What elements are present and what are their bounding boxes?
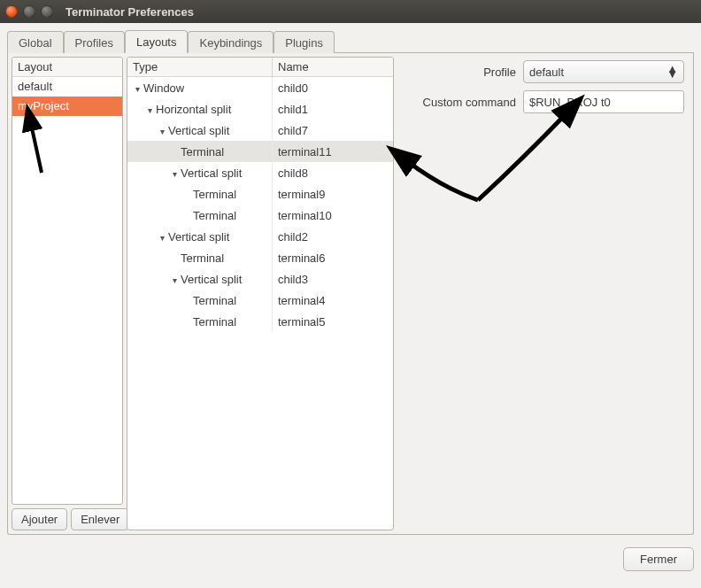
expander-icon[interactable]: ▾ <box>145 105 154 115</box>
tree-type-label: Terminal <box>181 251 224 265</box>
tree-name-label: child1 <box>273 103 308 116</box>
tree-row[interactable]: Terminalterminal10 <box>127 205 393 226</box>
tree-row[interactable]: Terminalterminal4 <box>127 290 393 311</box>
tree-name-label: child7 <box>273 124 308 137</box>
tree-row[interactable]: ▾Horizontal splitchild1 <box>127 98 393 120</box>
tree-name-label: child2 <box>273 230 308 244</box>
tree-type-label: Vertical split <box>181 273 242 286</box>
tree-row[interactable]: Terminalterminal6 <box>127 247 393 268</box>
expander-icon[interactable]: ▾ <box>170 169 179 179</box>
tree-row[interactable]: Terminalterminal5 <box>127 311 393 332</box>
layout-list-header: Layout <box>12 58 122 77</box>
tree-name-label: terminal11 <box>273 145 332 159</box>
custom-command-label: Custom command <box>403 96 516 109</box>
tree-row[interactable]: ▾Windowchild0 <box>127 77 393 98</box>
remove-button[interactable]: Enlever <box>71 508 129 530</box>
maximize-icon[interactable] <box>41 5 53 18</box>
expander-icon[interactable]: ▾ <box>170 275 179 285</box>
tree-row[interactable]: ▾Vertical splitchild8 <box>127 162 393 183</box>
tree-row[interactable]: ▾Vertical splitchild7 <box>127 120 393 141</box>
tree-type-label: Terminal <box>181 145 224 159</box>
tab-keybindings[interactable]: Keybindings <box>188 31 273 53</box>
tree-row[interactable]: Terminalterminal11 <box>127 141 393 162</box>
tree-type-label: Horizontal split <box>156 103 231 116</box>
layout-list[interactable]: Layout default myProject <box>12 57 123 505</box>
tree-name-label: child0 <box>273 81 308 95</box>
tree-row[interactable]: ▾Vertical splitchild2 <box>127 226 393 247</box>
tree-name-label: terminal10 <box>273 209 332 222</box>
tree-header-name[interactable]: Name <box>273 58 314 76</box>
tree-type-label: Vertical split <box>168 124 229 137</box>
custom-command-input[interactable] <box>523 90 684 113</box>
tab-profiles[interactable]: Profiles <box>64 31 125 53</box>
tab-plugins[interactable]: Plugins <box>273 31 335 53</box>
tree-row[interactable]: Terminalterminal9 <box>127 183 393 205</box>
expander-icon[interactable]: ▾ <box>158 127 166 136</box>
tree-name-label: terminal6 <box>273 251 325 265</box>
chevron-updown-icon: ▲▼ <box>666 66 678 77</box>
profile-combo[interactable]: default ▲▼ <box>523 60 684 83</box>
add-button[interactable]: Ajouter <box>12 508 67 530</box>
layout-tree[interactable]: Type Name ▾Windowchild0▾Horizontal split… <box>127 57 394 530</box>
tree-type-label: Terminal <box>193 188 236 201</box>
tree-name-label: terminal5 <box>273 315 325 329</box>
window-title: Terminator Preferences <box>65 5 194 19</box>
expander-icon[interactable]: ▾ <box>133 84 142 94</box>
tree-name-label: child3 <box>273 273 308 286</box>
tree-header-type[interactable]: Type <box>127 58 273 76</box>
expander-icon[interactable]: ▾ <box>158 233 166 243</box>
list-item[interactable]: myProject <box>12 97 122 116</box>
tab-global[interactable]: Global <box>7 31 64 53</box>
list-item[interactable]: default <box>12 77 122 97</box>
tree-name-label: child8 <box>273 166 308 180</box>
tree-name-label: terminal4 <box>273 294 325 307</box>
profile-label: Profile <box>403 66 516 79</box>
tree-row[interactable]: ▾Vertical splitchild3 <box>127 268 393 290</box>
titlebar: Terminator Preferences <box>0 0 701 23</box>
tree-type-label: Vertical split <box>181 166 242 180</box>
close-icon[interactable] <box>5 5 18 18</box>
tree-name-label: terminal9 <box>273 188 325 201</box>
profile-value: default <box>529 66 564 79</box>
tab-layouts[interactable]: Layouts <box>125 30 189 53</box>
tree-type-label: Terminal <box>193 294 236 307</box>
tree-type-label: Terminal <box>193 209 236 222</box>
minimize-icon[interactable] <box>23 5 35 18</box>
tab-strip: Global Profiles Layouts Keybindings Plug… <box>7 28 694 53</box>
tree-type-label: Window <box>143 81 184 95</box>
tree-type-label: Terminal <box>193 315 236 329</box>
tree-type-label: Vertical split <box>168 230 229 244</box>
close-button[interactable]: Fermer <box>623 547 694 571</box>
